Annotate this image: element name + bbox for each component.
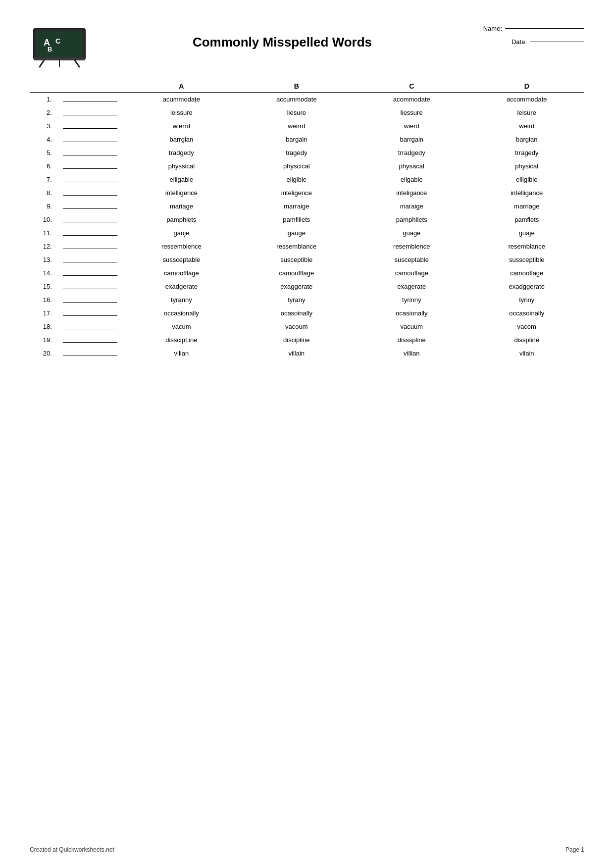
cell-c: guage (354, 226, 469, 240)
row-num: 6. (30, 159, 56, 173)
answer-blank[interactable] (63, 108, 117, 115)
cell-b: vacoum (239, 320, 354, 333)
answer-cell[interactable] (56, 266, 124, 280)
row-num: 2. (30, 106, 56, 119)
table-row: 6.physsicalphyscicalphysacalphysical (30, 159, 584, 173)
cell-d: physical (469, 159, 584, 173)
date-label: Date: (512, 38, 527, 46)
answer-blank[interactable] (63, 242, 117, 249)
svg-text:C: C (55, 37, 60, 45)
date-line: Date: (512, 38, 584, 46)
row-num: 16. (30, 293, 56, 306)
answer-cell[interactable] (56, 253, 124, 266)
cell-a: occasionally (124, 306, 239, 320)
row-num: 1. (30, 93, 56, 106)
svg-line-2 (40, 59, 45, 67)
answer-cell[interactable] (56, 119, 124, 133)
answer-blank[interactable] (63, 336, 117, 343)
answer-cell[interactable] (56, 280, 124, 293)
answer-blank[interactable] (63, 255, 117, 262)
answer-blank[interactable] (63, 296, 117, 303)
name-field[interactable] (505, 28, 584, 29)
table-row: 7.elligableeligibleeligableelligible (30, 173, 584, 186)
row-num: 15. (30, 280, 56, 293)
answer-cell[interactable] (56, 133, 124, 146)
cell-b: gauge (239, 226, 354, 240)
row-num: 14. (30, 266, 56, 280)
col-header-a: A (124, 79, 239, 93)
cell-d: bargian (469, 133, 584, 146)
header-area: A C B Commonly Misspelled Words Name: Da… (30, 20, 584, 69)
table-row: 1.acummodateaccummodateacommodateaccommo… (30, 93, 584, 106)
table-row: 8.intelligenceinteligenceinteliganceinte… (30, 186, 584, 200)
row-num: 18. (30, 320, 56, 333)
table-row: 19.disscipLinedisciplinedisssplinedisspl… (30, 333, 584, 347)
row-num: 17. (30, 306, 56, 320)
answer-blank[interactable] (63, 149, 117, 155)
answer-cell[interactable] (56, 186, 124, 200)
answer-blank[interactable] (63, 229, 117, 236)
table-row: 9.mariagemarraigemaraigemarriage (30, 200, 584, 213)
table-row: 12.ressemblenceressemblanceresemblencere… (30, 240, 584, 253)
footer-right: Page 1 (565, 846, 584, 853)
answer-cell[interactable] (56, 293, 124, 306)
table-header-row: A B C D (30, 79, 584, 93)
svg-rect-5 (34, 57, 85, 60)
table-row: 18.vacumvacoumvacuumvacom (30, 320, 584, 333)
row-num: 20. (30, 347, 56, 360)
answer-cell[interactable] (56, 306, 124, 320)
cell-c: villian (354, 347, 469, 360)
cell-c: trradgedy (354, 146, 469, 159)
cell-a: intelligence (124, 186, 239, 200)
cell-d: exadggerate (469, 280, 584, 293)
answer-blank[interactable] (63, 122, 117, 129)
cell-a: tyranny (124, 293, 239, 306)
answer-cell[interactable] (56, 159, 124, 173)
answer-blank[interactable] (63, 215, 117, 222)
row-num: 13. (30, 253, 56, 266)
answer-blank[interactable] (63, 309, 117, 316)
answer-cell[interactable] (56, 333, 124, 347)
cell-d: accommodate (469, 93, 584, 106)
answer-blank[interactable] (63, 189, 117, 196)
answer-cell[interactable] (56, 106, 124, 119)
answer-cell[interactable] (56, 146, 124, 159)
name-line: Name: (483, 25, 584, 32)
cell-b: camoufflage (239, 266, 354, 280)
table-row: 10.pamphletspamfilletspamphlletspamflets (30, 213, 584, 226)
cell-d: pamflets (469, 213, 584, 226)
answer-cell[interactable] (56, 200, 124, 213)
answer-blank[interactable] (63, 349, 117, 356)
date-field[interactable] (530, 42, 584, 42)
answer-blank[interactable] (63, 202, 117, 209)
cell-b: tyrany (239, 293, 354, 306)
table-row: 5.tradgedytragedytrradgedytrragedy (30, 146, 584, 159)
row-num: 4. (30, 133, 56, 146)
answer-cell[interactable] (56, 226, 124, 240)
cell-d: weird (469, 119, 584, 133)
cell-d: elligible (469, 173, 584, 186)
answer-blank[interactable] (63, 175, 117, 182)
cell-c: pamphllets (354, 213, 469, 226)
answer-cell[interactable] (56, 347, 124, 360)
answer-blank[interactable] (63, 269, 117, 276)
cell-a: acummodate (124, 93, 239, 106)
answer-blank[interactable] (63, 322, 117, 329)
answer-cell[interactable] (56, 240, 124, 253)
answer-cell[interactable] (56, 320, 124, 333)
cell-b: villain (239, 347, 354, 360)
cell-a: vacum (124, 320, 239, 333)
answer-cell[interactable] (56, 213, 124, 226)
answer-cell[interactable] (56, 93, 124, 106)
table-row: 20.vilianvillainvillianvilain (30, 347, 584, 360)
table-row: 2.leissureliesureliessureleisure (30, 106, 584, 119)
answer-blank[interactable] (63, 282, 117, 289)
answer-blank[interactable] (63, 135, 117, 142)
answer-blank[interactable] (63, 95, 117, 102)
answer-cell[interactable] (56, 173, 124, 186)
cell-d: leisure (469, 106, 584, 119)
row-num: 10. (30, 213, 56, 226)
cell-c: tyrinny (354, 293, 469, 306)
title-center: Commonly Misspelled Words (89, 20, 475, 50)
answer-blank[interactable] (63, 162, 117, 169)
